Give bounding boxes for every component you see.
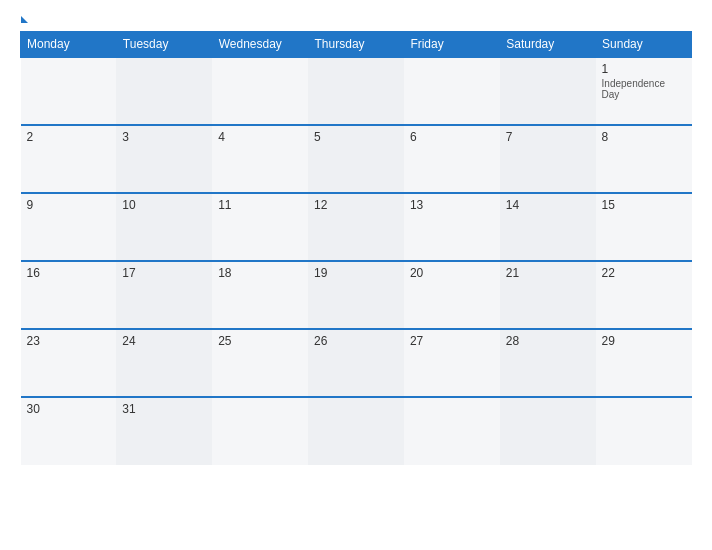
calendar-cell: 22: [596, 261, 692, 329]
day-number: 10: [122, 198, 206, 212]
calendar-cell: [500, 57, 596, 125]
day-number: 9: [27, 198, 111, 212]
calendar-cell: 13: [404, 193, 500, 261]
calendar-cell: 7: [500, 125, 596, 193]
day-number: 28: [506, 334, 590, 348]
weekday-header-friday: Friday: [404, 32, 500, 58]
weekday-header-sunday: Sunday: [596, 32, 692, 58]
logo-triangle-icon: [21, 16, 28, 23]
calendar-cell: 3: [116, 125, 212, 193]
calendar-cell: 16: [21, 261, 117, 329]
calendar-cell: 11: [212, 193, 308, 261]
calendar-cell: 28: [500, 329, 596, 397]
day-number: 13: [410, 198, 494, 212]
holiday-text: Independence Day: [602, 78, 686, 100]
week-row-4: 16171819202122: [21, 261, 692, 329]
calendar-cell: 15: [596, 193, 692, 261]
day-number: 5: [314, 130, 398, 144]
calendar-cell: 26: [308, 329, 404, 397]
calendar-cell: [212, 57, 308, 125]
weekday-header-tuesday: Tuesday: [116, 32, 212, 58]
calendar-cell: 24: [116, 329, 212, 397]
day-number: 7: [506, 130, 590, 144]
calendar-cell: [404, 57, 500, 125]
calendar-header: [20, 16, 692, 21]
weekday-header-saturday: Saturday: [500, 32, 596, 58]
calendar-cell: 9: [21, 193, 117, 261]
calendar-cell: 31: [116, 397, 212, 465]
calendar-cell: 5: [308, 125, 404, 193]
calendar-cell: [308, 397, 404, 465]
day-number: 18: [218, 266, 302, 280]
day-number: 21: [506, 266, 590, 280]
day-number: 23: [27, 334, 111, 348]
calendar-cell: 4: [212, 125, 308, 193]
week-row-5: 23242526272829: [21, 329, 692, 397]
week-row-1: 1Independence Day: [21, 57, 692, 125]
calendar-cell: [116, 57, 212, 125]
calendar-cell: 17: [116, 261, 212, 329]
day-number: 29: [602, 334, 686, 348]
day-number: 11: [218, 198, 302, 212]
week-row-2: 2345678: [21, 125, 692, 193]
logo-blue-row: [20, 16, 28, 21]
day-number: 20: [410, 266, 494, 280]
calendar-cell: [404, 397, 500, 465]
logo: [20, 16, 28, 21]
calendar-cell: 6: [404, 125, 500, 193]
calendar-cell: 20: [404, 261, 500, 329]
calendar-cell: 21: [500, 261, 596, 329]
day-number: 8: [602, 130, 686, 144]
calendar-table: MondayTuesdayWednesdayThursdayFridaySatu…: [20, 31, 692, 465]
weekday-header-thursday: Thursday: [308, 32, 404, 58]
day-number: 25: [218, 334, 302, 348]
week-row-6: 3031: [21, 397, 692, 465]
calendar-cell: 19: [308, 261, 404, 329]
calendar-cell: 27: [404, 329, 500, 397]
calendar-cell: 23: [21, 329, 117, 397]
day-number: 14: [506, 198, 590, 212]
calendar-cell: 10: [116, 193, 212, 261]
day-number: 19: [314, 266, 398, 280]
calendar-cell: [21, 57, 117, 125]
day-number: 26: [314, 334, 398, 348]
calendar-cell: 1Independence Day: [596, 57, 692, 125]
weekday-header-wednesday: Wednesday: [212, 32, 308, 58]
day-number: 12: [314, 198, 398, 212]
day-number: 1: [602, 62, 686, 76]
calendar-cell: 2: [21, 125, 117, 193]
day-number: 2: [27, 130, 111, 144]
calendar-cell: [308, 57, 404, 125]
weekday-header-monday: Monday: [21, 32, 117, 58]
calendar-cell: [596, 397, 692, 465]
day-number: 4: [218, 130, 302, 144]
calendar-cell: 18: [212, 261, 308, 329]
day-number: 31: [122, 402, 206, 416]
day-number: 30: [27, 402, 111, 416]
day-number: 27: [410, 334, 494, 348]
day-number: 15: [602, 198, 686, 212]
calendar-cell: 12: [308, 193, 404, 261]
day-number: 3: [122, 130, 206, 144]
calendar-cell: 8: [596, 125, 692, 193]
calendar-cell: [212, 397, 308, 465]
calendar-cell: [500, 397, 596, 465]
day-number: 16: [27, 266, 111, 280]
day-number: 17: [122, 266, 206, 280]
weekday-header-row: MondayTuesdayWednesdayThursdayFridaySatu…: [21, 32, 692, 58]
calendar-cell: 29: [596, 329, 692, 397]
calendar-cell: 30: [21, 397, 117, 465]
calendar-page: MondayTuesdayWednesdayThursdayFridaySatu…: [0, 0, 712, 550]
day-number: 22: [602, 266, 686, 280]
day-number: 24: [122, 334, 206, 348]
calendar-cell: 25: [212, 329, 308, 397]
day-number: 6: [410, 130, 494, 144]
week-row-3: 9101112131415: [21, 193, 692, 261]
calendar-cell: 14: [500, 193, 596, 261]
